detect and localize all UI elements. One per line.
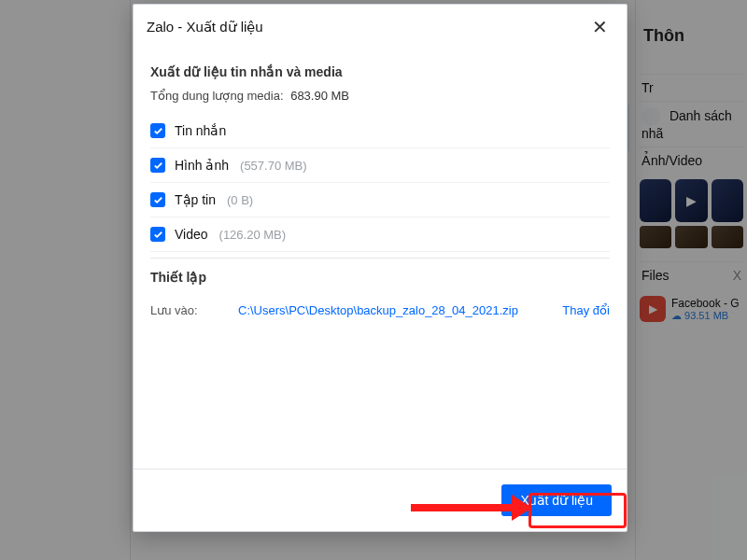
modal-title: Zalo - Xuất dữ liệu — [147, 19, 263, 35]
export-button[interactable]: Xuất dữ liệu — [501, 484, 612, 516]
option-size: (0 B) — [227, 193, 253, 207]
save-label: Lưu vào: — [150, 303, 216, 317]
checkbox-checked-icon[interactable] — [150, 158, 165, 173]
option-label: Tin nhắn — [175, 123, 226, 138]
modal-header: Zalo - Xuất dữ liệu ✕ — [134, 5, 627, 49]
save-path: C:\Users\PC\Desktop\backup_zalo_28_04_20… — [238, 303, 532, 317]
option-row[interactable]: Hình ảnh (557.70 MB) — [150, 148, 610, 183]
total-size: Tổng dung lượng media: 683.90 MB — [150, 89, 610, 103]
checkbox-checked-icon[interactable] — [150, 227, 165, 242]
section-title: Thiết lập — [150, 270, 610, 285]
option-row[interactable]: Tin nhắn — [150, 114, 610, 148]
modal-body: Xuất dữ liệu tin nhắn và media Tổng dung… — [134, 49, 627, 469]
option-row[interactable]: Tập tin (0 B) — [150, 183, 610, 217]
modal-footer: Xuất dữ liệu — [134, 469, 627, 531]
export-data-modal: Zalo - Xuất dữ liệu ✕ Xuất dữ liệu tin n… — [133, 4, 627, 532]
save-path-row: Lưu vào: C:\Users\PC\Desktop\backup_zalo… — [150, 294, 610, 327]
change-path-link[interactable]: Thay đổi — [555, 303, 610, 317]
option-row[interactable]: Video (126.20 MB) — [150, 217, 610, 252]
option-label: Hình ảnh — [175, 158, 229, 173]
total-label: Tổng dung lượng media: — [150, 89, 284, 103]
option-label: Tập tin — [175, 192, 216, 207]
checkbox-checked-icon[interactable] — [150, 192, 165, 207]
option-size: (557.70 MB) — [240, 159, 307, 173]
section-title: Xuất dữ liệu tin nhắn và media — [150, 64, 610, 79]
divider — [150, 258, 610, 259]
checkbox-checked-icon[interactable] — [150, 123, 165, 138]
option-label: Video — [175, 227, 208, 242]
close-icon[interactable]: ✕ — [586, 14, 613, 40]
option-size: (126.20 MB) — [219, 228, 287, 242]
total-value: 683.90 MB — [290, 89, 349, 103]
